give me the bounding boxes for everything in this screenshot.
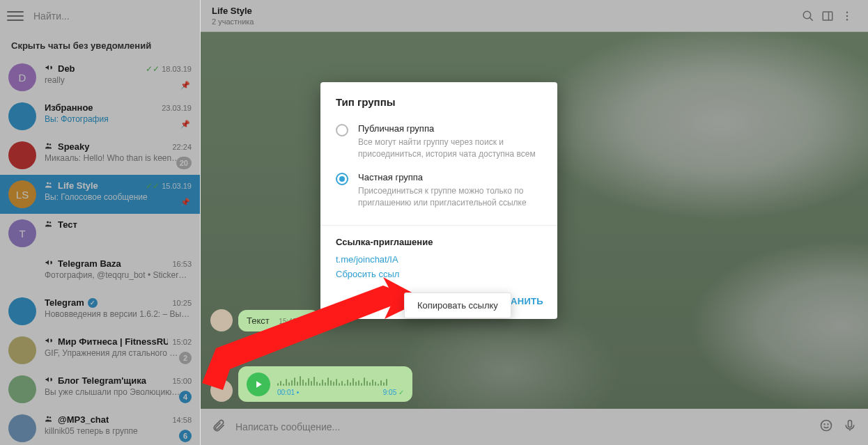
message-voice[interactable]: 00:01 • 9:05 ✓ [210,366,412,402]
megaphone-icon [45,258,53,269]
megaphone-icon [45,375,53,386]
waveform[interactable] [277,372,404,386]
avatar [8,141,36,169]
avatar [8,336,36,364]
avatar [8,258,36,286]
message-body: Текст [247,315,270,326]
chat-list: D Deb ✓✓ 18.03.19 really 📌 Избранное 23.… [0,58,200,445]
checks-icon: ✓✓ [146,64,160,74]
voice-bubble: 00:01 • 9:05 ✓ [238,366,412,402]
unread-badge: 2 [179,352,192,364]
chat-item[interactable]: Блог Telegram'щика 15:00 Вы уже слышали … [0,370,200,409]
message-text[interactable]: Текст 15:46 ✓ [210,309,320,331]
chat-date: 10:25 [172,299,192,307]
people-icon [45,414,53,425]
invite-section-title: Ссылка-приглашение [336,237,542,247]
chat-title: Life Style [45,180,98,191]
megaphone-icon [45,336,53,347]
chat-item[interactable]: Telegram Baza 16:53 Фотография, @teqqru_… [0,253,200,292]
chat-preview: Микааль: Hello! Who than is keen… [45,153,192,163]
search-icon[interactable] [798,6,818,26]
chat-preview [45,231,192,241]
reset-link[interactable]: Сбросить ссыл [336,269,542,279]
avatar [210,309,233,331]
option-public[interactable]: Публичная группа Все могут найти группу … [320,118,557,166]
option-title: Публичная группа [358,123,542,134]
context-menu: Копировать ссылку [404,292,511,318]
chat-preview: Нововведения в версии 1.6.2: – Вы м… [45,309,192,319]
chat-item[interactable]: Мир Фитнеса | FitnessRU 15:02 GIF, Упраж… [0,331,200,370]
message-time: 15:46 [279,318,296,325]
svg-point-6 [47,416,49,419]
chat-item[interactable]: D Deb ✓✓ 18.03.19 really 📌 [0,58,200,97]
dialog-title: Тип группы [320,82,557,118]
chat-header[interactable]: Life Style 2 участника [201,0,868,32]
svg-point-16 [824,424,825,425]
chat-title: Блог Telegram'щика [45,375,146,386]
svg-point-2 [47,182,49,185]
copy-link-item[interactable]: Копировать ссылку [417,300,498,311]
svg-point-0 [47,143,49,146]
chat-title: Deb [45,63,75,74]
chat-title: Мир Фитнеса | FitnessRU [45,336,168,347]
sidepanel-icon[interactable] [818,6,837,26]
play-icon[interactable] [247,373,270,396]
avatar [8,102,36,130]
option-title: Частная группа [358,172,542,182]
svg-rect-18 [848,421,852,428]
chat-date: ✓✓ 15.03.19 [146,181,192,191]
checks-icon: ✓ [398,389,404,396]
more-icon[interactable] [837,6,857,26]
svg-point-13 [846,15,848,17]
chat-title: Telegram Baza [45,258,121,269]
mic-icon[interactable] [843,419,857,435]
avatar [8,375,36,403]
chat-item[interactable]: LS Life Style ✓✓ 15.03.19 Вы: Голосовое … [0,175,200,214]
hide-muted-toggle[interactable]: Скрыть чаты без уведомлений [0,32,200,58]
svg-point-7 [49,416,52,419]
chat-preview: Вы уже слышали про Эволюцию… [45,387,192,397]
sidebar-top: Найти... [0,0,200,32]
invite-link[interactable]: t.me/joinchat/IA [336,254,542,265]
option-private[interactable]: Частная группа Присоединиться к группе м… [320,166,557,215]
chat-header-text: Life Style 2 участника [212,6,254,26]
search-input[interactable]: Найти... [33,10,193,22]
pin-icon: 📌 [180,81,190,90]
unread-badge: 4 [179,391,192,403]
svg-line-9 [809,17,813,21]
svg-point-4 [47,221,49,224]
chat-preview: Вы: Голосовое сообщение [45,192,192,202]
svg-point-17 [828,424,828,425]
unread-badge: 6 [179,430,192,442]
group-type-dialog: Тип группы Публичная группа Все могут на… [320,82,557,319]
chat-date: 14:58 [172,416,192,424]
chat-item[interactable]: Избранное 23.03.19 Вы: Фотография 📌 [0,97,200,136]
voice-total: 9:05 [383,389,396,396]
option-desc: Все могут найти группу через поиск и при… [358,136,542,161]
chat-title: Избранное [45,102,93,113]
chat-preview: killnik05 теперь в группе [45,426,192,436]
chat-item[interactable]: T Тест [0,214,200,253]
checks-icon: ✓✓ [146,181,160,191]
chat-item[interactable]: @MP3_chat 14:58 killnik05 теперь в групп… [0,409,200,445]
radio-unchecked-icon[interactable] [336,124,348,136]
emoji-icon[interactable] [819,419,833,435]
chat-item[interactable]: Speaky 22:24 Микааль: Hello! Who than is… [0,136,200,175]
chat-title: Telegram✓ [45,297,98,308]
radio-checked-icon[interactable] [336,173,348,185]
compose-input[interactable]: Написать сообщение... [235,421,809,432]
chat-date: 16:53 [172,260,192,268]
chat-preview: Вы: Фотография [45,114,192,124]
chat-preview: really [45,75,192,85]
people-icon [45,219,53,230]
svg-point-3 [49,182,52,185]
menu-icon[interactable] [7,8,24,24]
avatar: D [8,63,36,91]
chat-title: @MP3_chat [45,414,109,425]
chat-date: 22:24 [172,143,192,151]
app-root: Найти... Скрыть чаты без уведомлений D D… [0,0,868,445]
chat-title: Тест [45,219,77,230]
chat-date: 15:00 [172,377,192,385]
chat-item[interactable]: Telegram✓ 10:25 Нововведения в версии 1.… [0,292,200,331]
attach-icon[interactable] [212,419,226,435]
